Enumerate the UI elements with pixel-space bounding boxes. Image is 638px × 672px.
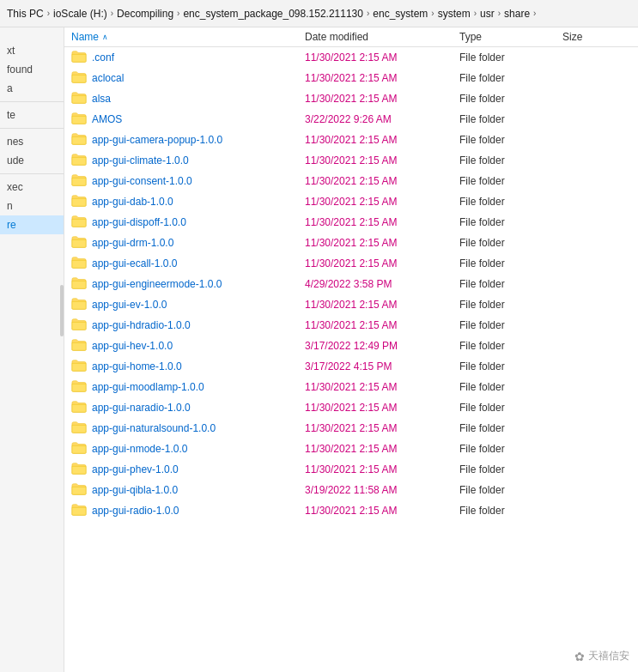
address-path-usr[interactable]: usr [480, 8, 495, 20]
sidebar-item-n[interactable]: n [0, 197, 64, 215]
table-row[interactable]: alsa 11/30/2021 2:15 AM File folder [64, 88, 638, 109]
path-separator-4: › [367, 9, 369, 18]
table-row[interactable]: app-gui-naradio-1.0.0 11/30/2021 2:15 AM… [64, 397, 638, 418]
table-row[interactable]: app-gui-ecall-1.0.0 11/30/2021 2:15 AM F… [64, 253, 638, 274]
table-row[interactable]: app-gui-radio-1.0.0 11/30/2021 2:15 AM F… [64, 500, 638, 521]
file-date-cell: 11/30/2021 2:15 AM [305, 299, 459, 311]
file-name-text: .conf [92, 51, 114, 64]
sidebar-item-nes[interactable]: nes [0, 132, 64, 151]
file-name-cell: app-gui-dab-1.0.0 [71, 194, 305, 210]
sort-arrow-icon: ∧ [102, 33, 108, 41]
table-row[interactable]: aclocal 11/30/2021 2:15 AM File folder [64, 68, 638, 88]
table-row[interactable]: app-gui-home-1.0.0 3/17/2022 4:15 PM Fil… [64, 356, 638, 377]
table-row[interactable]: .conf 11/30/2021 2:15 AM File folder [64, 47, 638, 68]
folder-icon [71, 132, 87, 148]
file-name-cell: app-gui-hdradio-1.0.0 [71, 318, 305, 334]
folder-icon [71, 50, 87, 66]
file-name-text: app-gui-camera-popup-1.0.0 [92, 134, 222, 146]
address-bar[interactable]: This PC › ioScale (H:) › Decompiling › e… [0, 0, 638, 27]
content-area: Name ∧ Date modified Type Size .conf 11/… [64, 27, 638, 672]
table-row[interactable]: app-gui-qibla-1.0.0 3/19/2022 11:58 AM F… [64, 480, 638, 500]
table-row[interactable]: app-gui-naturalsound-1.0.0 11/30/2021 2:… [64, 418, 638, 439]
sidebar-item-xec[interactable]: xec [0, 178, 64, 197]
folder-icon [71, 297, 87, 313]
table-row[interactable]: app-gui-dispoff-1.0.0 11/30/2021 2:15 AM… [64, 212, 638, 233]
address-path-encsystem[interactable]: enc_system [373, 8, 428, 20]
sidebar-scrollbar[interactable] [60, 285, 64, 336]
file-date-cell: 3/22/2022 9:26 AM [305, 113, 459, 125]
sidebar-item-a[interactable]: a [0, 79, 64, 98]
file-name-cell: .conf [71, 50, 305, 66]
sidebar-item-0[interactable] [0, 34, 64, 41]
address-path-package[interactable]: enc_system_package_098.152.211130 [183, 8, 363, 20]
file-date-cell: 11/30/2021 2:15 AM [305, 319, 459, 331]
file-name-text: aclocal [92, 72, 124, 84]
table-row[interactable]: app-gui-camera-popup-1.0.0 11/30/2021 2:… [64, 130, 638, 150]
file-name-text: app-gui-dab-1.0.0 [92, 196, 173, 208]
table-row[interactable]: app-gui-climate-1.0.0 11/30/2021 2:15 AM… [64, 150, 638, 171]
file-date-cell: 4/29/2022 3:58 PM [305, 278, 459, 290]
col-header-size[interactable]: Size [562, 31, 631, 43]
table-row[interactable]: app-gui-hdradio-1.0.0 11/30/2021 2:15 AM… [64, 315, 638, 336]
watermark: ✿ 天禧信安 [574, 649, 629, 663]
table-row[interactable]: AMOS 3/22/2022 9:26 AM File folder [64, 109, 638, 130]
file-type-cell: File folder [459, 216, 562, 228]
col-header-name[interactable]: Name ∧ [71, 31, 305, 43]
address-path-share[interactable]: share [504, 8, 530, 20]
table-row[interactable]: app-gui-phev-1.0.0 11/30/2021 2:15 AM Fi… [64, 459, 638, 480]
file-type-cell: File folder [459, 381, 562, 393]
file-name-text: app-gui-drm-1.0.0 [92, 237, 173, 249]
table-row[interactable]: app-gui-ev-1.0.0 11/30/2021 2:15 AM File… [64, 294, 638, 315]
file-type-cell: File folder [459, 93, 562, 105]
table-row[interactable]: app-gui-nmode-1.0.0 11/30/2021 2:15 AM F… [64, 439, 638, 459]
sidebar-item-re[interactable]: re [0, 215, 64, 234]
file-name-text: app-gui-phev-1.0.0 [92, 463, 179, 475]
address-path-system[interactable]: system [438, 8, 471, 20]
file-name-text: app-gui-ecall-1.0.0 [92, 257, 177, 269]
file-name-text: app-gui-dispoff-1.0.0 [92, 216, 186, 228]
folder-icon [71, 112, 87, 128]
col-type-label: Type [459, 31, 482, 43]
sidebar-item-found[interactable]: found [0, 60, 64, 79]
col-name-label: Name [71, 31, 99, 43]
file-name-cell: app-gui-camera-popup-1.0.0 [71, 132, 305, 148]
table-row[interactable]: app-gui-drm-1.0.0 11/30/2021 2:15 AM Fil… [64, 233, 638, 253]
table-row[interactable]: app-gui-moodlamp-1.0.0 11/30/2021 2:15 A… [64, 377, 638, 397]
file-date-cell: 3/17/2022 4:15 PM [305, 360, 459, 372]
file-name-cell: AMOS [71, 112, 305, 128]
file-type-cell: File folder [459, 154, 562, 166]
file-name-cell: app-gui-nmode-1.0.0 [71, 441, 305, 457]
file-date-cell: 11/30/2021 2:15 AM [305, 72, 459, 84]
path-separator-3: › [177, 9, 179, 18]
sidebar-item-xt[interactable]: xt [0, 41, 64, 60]
sidebar-divider-3 [0, 173, 64, 174]
folder-icon [71, 318, 87, 334]
file-date-cell: 3/17/2022 12:49 PM [305, 340, 459, 352]
path-separator-2: › [111, 9, 113, 18]
table-row[interactable]: app-gui-engineermode-1.0.0 4/29/2022 3:5… [64, 274, 638, 294]
file-date-cell: 11/30/2021 2:15 AM [305, 381, 459, 393]
file-name-cell: app-gui-engineermode-1.0.0 [71, 276, 305, 293]
file-date-cell: 11/30/2021 2:15 AM [305, 505, 459, 517]
table-row[interactable]: app-gui-hev-1.0.0 3/17/2022 12:49 PM Fil… [64, 336, 638, 356]
table-row[interactable]: app-gui-consent-1.0.0 11/30/2021 2:15 AM… [64, 171, 638, 191]
sidebar-item-ude[interactable]: ude [0, 151, 64, 170]
table-row[interactable]: app-gui-dab-1.0.0 11/30/2021 2:15 AM Fil… [64, 191, 638, 212]
file-name-text: app-gui-engineermode-1.0.0 [92, 278, 222, 290]
folder-icon [71, 482, 87, 499]
file-type-cell: File folder [459, 237, 562, 249]
file-name-text: app-gui-home-1.0.0 [92, 360, 182, 372]
address-path-thispc[interactable]: This PC [7, 8, 44, 20]
sidebar-item-te[interactable]: te [0, 106, 64, 124]
address-path-ioscale[interactable]: ioScale (H:) [53, 8, 107, 20]
address-path-decompiling[interactable]: Decompiling [117, 8, 173, 20]
watermark-icon: ✿ [574, 650, 585, 663]
file-name-cell: app-gui-radio-1.0.0 [71, 503, 305, 519]
file-name-cell: app-gui-ecall-1.0.0 [71, 256, 305, 272]
column-headers: Name ∧ Date modified Type Size [64, 27, 638, 47]
file-date-cell: 11/30/2021 2:15 AM [305, 257, 459, 269]
file-date-cell: 11/30/2021 2:15 AM [305, 51, 459, 64]
col-header-date[interactable]: Date modified [305, 31, 459, 43]
col-header-type[interactable]: Type [459, 31, 562, 43]
folder-icon [71, 91, 87, 107]
